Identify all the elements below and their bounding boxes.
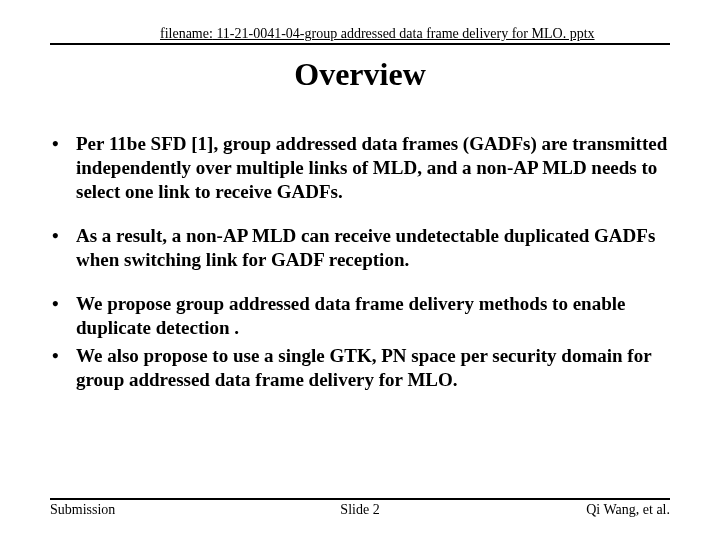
filename-value: 11-21-0041-04-group addressed data frame… [213,26,595,41]
list-item: As a result, a non-AP MLD can receive un… [50,224,680,272]
content-area: Per 11be SFD [1], group addressed data f… [50,132,680,411]
header-bar: filename: 11-21-0041-04-group addressed … [50,26,670,45]
list-item: We propose group addressed data frame de… [50,292,680,340]
footer-right: Qi Wang, et al. [463,502,670,518]
footer-center: Slide 2 [257,502,464,518]
page-title: Overview [0,56,720,93]
bullet-list: Per 11be SFD [1], group addressed data f… [50,132,680,391]
filename-label: filename: [50,26,213,41]
footer-left: Submission [50,502,257,518]
footer-bar: Submission Slide 2 Qi Wang, et al. [50,498,670,518]
list-item: We also propose to use a single GTK, PN … [50,344,680,392]
list-item: Per 11be SFD [1], group addressed data f… [50,132,680,204]
